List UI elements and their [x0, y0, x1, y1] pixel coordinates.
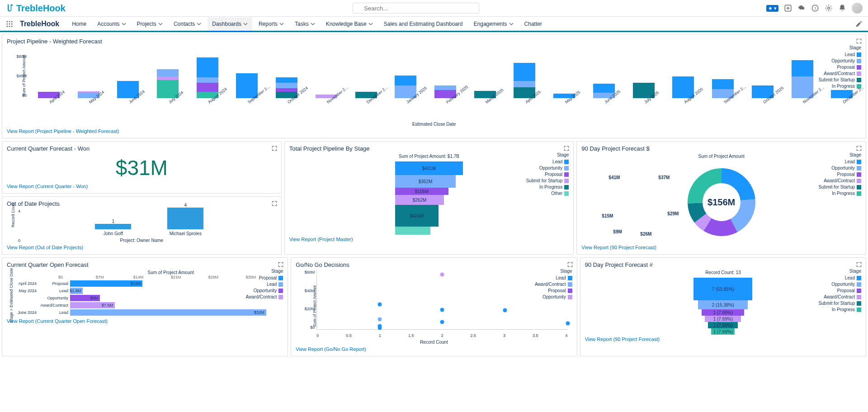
bar[interactable]: November 2... [307, 95, 346, 105]
nav-item-knowledge-base[interactable]: Knowledge Base [321, 17, 377, 31]
bar[interactable]: December 2... [347, 92, 386, 105]
nav-item-engagements[interactable]: Engagements [469, 17, 518, 31]
bar[interactable]: November 2... [783, 60, 822, 105]
help-icon[interactable]: ? [811, 4, 819, 12]
bar[interactable]: January 2025 [386, 76, 425, 105]
search-input[interactable] [353, 3, 479, 14]
bar[interactable]: December 2... [822, 90, 861, 105]
expand-icon[interactable] [563, 145, 570, 152]
hbar-row[interactable]: April 2024Proposal$12M [13, 280, 283, 287]
nav-item-accounts[interactable]: Accounts [93, 17, 130, 31]
scatter-point[interactable] [377, 317, 382, 321]
hbar-row[interactable]: June 2024Lead$32M [13, 309, 283, 316]
bar[interactable]: June 2024 [108, 81, 147, 105]
view-report-link[interactable]: View Report (Go/No Go Report) [296, 346, 366, 352]
search-wrap [66, 3, 766, 14]
view-report-link[interactable]: View Report (Current Quarter Open Foreca… [7, 318, 108, 324]
bar[interactable]: July 2024 [148, 69, 187, 105]
panel-pipeline: Project Pipeline - Weighted Forecast Sum… [2, 34, 866, 138]
funnel-seg[interactable] [395, 227, 430, 235]
donut-slice[interactable] [722, 168, 755, 200]
bar[interactable]: July 2025 [624, 83, 663, 105]
legend-item: Proposal [246, 275, 283, 280]
scatter-point[interactable] [377, 302, 382, 306]
expand-icon[interactable] [856, 38, 862, 44]
bar[interactable]: May 2025 [545, 94, 584, 105]
bar[interactable]: April 2025 [505, 63, 544, 105]
funnel-seg[interactable]: $106M [395, 188, 448, 195]
salesforce-icon[interactable] [797, 4, 806, 12]
view-report-link[interactable]: View Report (90 Project Forecast) [585, 336, 660, 342]
bar[interactable]: 4Michael Sproles [163, 203, 208, 236]
bar[interactable]: April 2024 [29, 92, 68, 105]
nav-item-chatter[interactable]: Chatter [520, 17, 547, 31]
row-2: Current Quarter Forecast - Won $31M View… [2, 141, 866, 255]
bar[interactable]: February 2025 [426, 85, 465, 105]
expand-icon[interactable] [856, 145, 862, 152]
bar[interactable]: October 2024 [267, 77, 306, 105]
funnel-seg[interactable]: 2 (15.38%) [698, 300, 748, 309]
view-report-link[interactable]: View Report (Out of Date Projects) [7, 245, 83, 250]
nav-item-projects[interactable]: Projects [132, 17, 167, 31]
panel-go-nogo: Go/No Go Decisions Sum of Project Amount… [291, 257, 577, 356]
funnel-seg[interactable]: 7 (53.85%) [693, 278, 752, 300]
bar[interactable]: October 2025 [743, 85, 782, 105]
avatar[interactable] [852, 3, 863, 14]
scatter-point[interactable] [503, 308, 507, 313]
favorites-badge[interactable]: ★ ▾ [766, 5, 778, 12]
nav-item-home[interactable]: Home [67, 17, 91, 31]
expand-icon[interactable] [856, 261, 862, 268]
bar[interactable]: September 2... [703, 79, 742, 105]
view-report-link[interactable]: View Report (Project Pipeline - Weighted… [7, 128, 119, 134]
nav-item-reports[interactable]: Reports [254, 17, 288, 31]
hbar-row[interactable]: Award/Contract$7.5M [13, 302, 283, 308]
expand-icon[interactable] [278, 261, 284, 268]
expand-icon[interactable] [271, 145, 278, 152]
row-3: Current Quarter Open Forecast Stage > Es… [2, 257, 866, 356]
expand-icon[interactable] [271, 200, 278, 207]
panel-title: Go/No Go Decisions [296, 261, 572, 268]
bar[interactable]: March 2025 [466, 91, 505, 105]
chevron-down-icon [509, 22, 514, 26]
panel-title: Out of Date Projects [7, 200, 277, 207]
funnel-seg[interactable]: $362M [395, 175, 456, 188]
nav-item-sales-and-estimating-dashboard[interactable]: Sales and Estimating Dashboard [379, 17, 467, 31]
app-launcher-icon[interactable] [5, 20, 14, 28]
scatter-point[interactable] [440, 308, 444, 312]
nav-item-tasks[interactable]: Tasks [290, 17, 320, 31]
funnel-seg[interactable]: $262M [395, 195, 444, 205]
logo-icon [5, 4, 14, 13]
legend-item: Award/Contract [818, 178, 861, 183]
nav-item-contacts[interactable]: Contacts [169, 17, 206, 31]
view-report-link[interactable]: View Report (Current Quarter - Won) [7, 184, 88, 189]
hbar-row[interactable]: May 2024Lead$1.8M [13, 288, 283, 294]
scatter-point[interactable] [566, 321, 570, 325]
funnel-seg[interactable]: 1 (7.69%) [711, 328, 735, 335]
bar[interactable]: August 2025 [664, 76, 703, 105]
hbar-row[interactable]: Opportunity$5M [13, 295, 283, 301]
view-report-link[interactable]: View Report (90 Project Forecast) [581, 245, 656, 250]
scatter-point[interactable] [377, 326, 382, 330]
bar[interactable]: 1John Goff [90, 219, 136, 236]
add-icon[interactable] [784, 4, 792, 12]
funnel-seg[interactable]: $424M [395, 205, 439, 227]
bar[interactable]: August 2024 [188, 57, 227, 105]
scatter-point[interactable] [440, 320, 444, 324]
gear-icon[interactable] [825, 4, 833, 12]
funnel-seg[interactable]: 1 (7.69%) [708, 322, 738, 328]
bar[interactable]: June 2025 [585, 84, 623, 105]
header-actions: ★ ▾ ? [766, 3, 863, 14]
funnel-seg[interactable]: 1 (7.69%) [702, 309, 744, 316]
funnel-seg[interactable]: $431M [395, 161, 463, 175]
bell-icon[interactable] [838, 4, 846, 12]
bar[interactable]: September 2... [228, 73, 267, 105]
funnel-seg[interactable]: 1 (7.69%) [705, 316, 741, 322]
chevron-down-icon [279, 22, 284, 26]
bar[interactable]: May 2024 [69, 91, 108, 105]
expand-icon[interactable] [567, 261, 573, 268]
legend-item: In Progress [818, 191, 861, 196]
nav-item-dashboards[interactable]: Dashboards [208, 17, 252, 32]
view-report-link[interactable]: View Report (Project Master) [289, 237, 353, 242]
pencil-icon[interactable] [855, 20, 863, 28]
scatter-point[interactable] [440, 273, 444, 277]
